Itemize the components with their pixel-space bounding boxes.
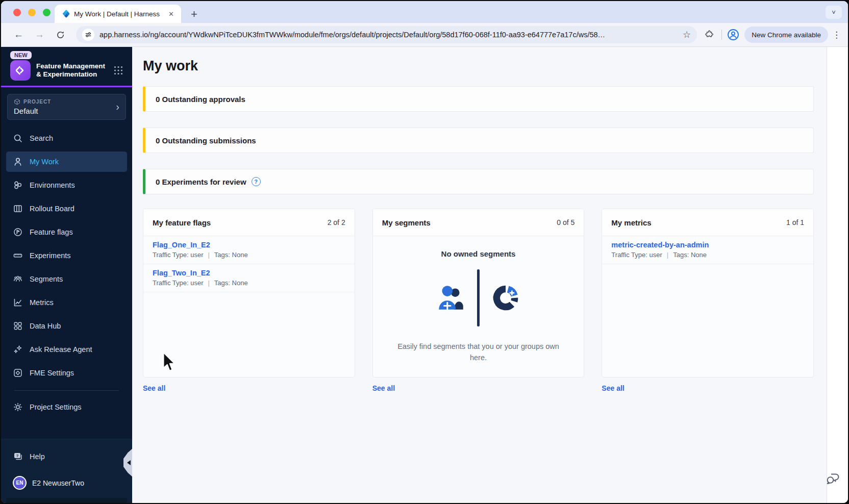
feature-flags-card: My feature flags 2 of 2 Flag_One_In_E2 T… <box>143 209 355 377</box>
back-button[interactable]: ← <box>14 29 23 40</box>
url-text[interactable]: app.harness.io/ng/account/YWdkwNPiTceDUK… <box>99 31 679 39</box>
main-content: My work 0 Outstanding approvals 0 Outsta… <box>132 47 827 504</box>
reload-button[interactable] <box>56 30 65 40</box>
tags: Tags: None <box>214 251 248 259</box>
sidebar-item-environments[interactable]: Environments <box>6 175 127 195</box>
user-name: E2 NewuserTwo <box>32 479 84 487</box>
empty-state-title: No owned segments <box>441 249 516 258</box>
sidebar-item-label: Metrics <box>30 298 54 307</box>
sidebar-item-label: Data Hub <box>30 322 61 330</box>
card-count: 2 of 2 <box>328 218 345 226</box>
sidebar-item-label: Ask Release Agent <box>30 345 92 354</box>
sidebar-nav: Search My Work Environments Rollout Boar… <box>1 128 132 420</box>
browser-window: My Work | Default | Harness ✕ + ˅ ← → ap… <box>0 0 849 504</box>
list-item: Flag_One_In_E2 Traffic Type: user|Tags: … <box>143 236 355 264</box>
browser-menu-icon[interactable]: ⋮ <box>832 30 841 40</box>
address-bar[interactable]: app.harness.io/ng/account/YWdkwNPiTceDUK… <box>76 26 697 43</box>
extensions-icon[interactable] <box>704 30 714 40</box>
sidebar: NEW Feature Management & Experimentation <box>1 47 132 504</box>
sidebar-item-project-settings[interactable]: Project Settings <box>6 397 127 417</box>
tab-strip: My Work | Default | Harness ✕ + ˅ <box>1 1 848 23</box>
card-title: My segments <box>382 218 431 227</box>
toolbar-divider <box>721 30 722 40</box>
help-chat-icon: ? <box>13 451 23 462</box>
alert-label: 0 Experiments for review <box>156 178 246 186</box>
tab-search-button[interactable]: ˅ <box>826 6 842 19</box>
sidebar-item-label: Rollout Board <box>30 205 74 213</box>
page-title: My work <box>143 58 814 74</box>
flag-link[interactable]: Flag_One_In_E2 <box>153 241 345 249</box>
sidebar-item-label: Search <box>30 134 53 142</box>
bookmark-star-icon[interactable]: ☆ <box>683 29 691 40</box>
feedback-chat-icon[interactable] <box>824 469 841 487</box>
avatar: EN <box>13 476 27 490</box>
module-header: NEW Feature Management & Experimentation <box>1 47 132 86</box>
sidebar-item-rollout-board[interactable]: Rollout Board <box>6 198 127 219</box>
ruler-icon <box>13 250 23 261</box>
zoom-window-button[interactable] <box>43 9 51 16</box>
profile-icon[interactable] <box>727 29 739 41</box>
scrollbar-gutter[interactable] <box>827 47 848 504</box>
see-all-link[interactable]: See all <box>372 384 585 392</box>
sidebar-item-my-work[interactable]: My Work <box>6 152 127 172</box>
sidebar-item-label: My Work <box>30 158 59 166</box>
flag-link[interactable]: Flag_Two_In_E2 <box>153 269 345 277</box>
browser-toolbar: ← → app.harness.io/ng/account/YWdkwNPiTc… <box>1 23 848 47</box>
card-header: My feature flags 2 of 2 <box>143 209 355 236</box>
environments-icon <box>13 180 23 190</box>
sidebar-item-ask-release-agent[interactable]: Ask Release Agent <box>6 339 127 360</box>
browser-tab[interactable]: My Work | Default | Harness ✕ <box>55 5 181 23</box>
module-accent-line <box>1 86 132 87</box>
module-switcher-icon[interactable] <box>113 65 124 76</box>
user-menu[interactable]: EN E2 NewuserTwo <box>6 474 127 498</box>
segments-people-icon <box>13 274 23 284</box>
metrics-chart-icon <box>13 297 23 308</box>
sidebar-item-label: Segments <box>30 275 63 283</box>
person-icon <box>13 157 23 167</box>
tags: Tags: None <box>214 279 248 287</box>
alert-label: 0 Outstanding submissions <box>156 136 256 145</box>
project-selector[interactable]: PROJECT Default › <box>7 94 126 120</box>
card-title: My feature flags <box>153 218 211 227</box>
see-all-link[interactable]: See all <box>143 384 355 392</box>
help-button[interactable]: ? Help <box>6 446 127 467</box>
chrome-update-chip[interactable]: New Chrome available <box>744 27 828 43</box>
sidebar-item-data-hub[interactable]: Data Hub <box>6 316 127 336</box>
chevron-down-icon: ˅ <box>832 9 836 16</box>
fme-module-icon <box>10 60 31 81</box>
sidebar-item-segments[interactable]: Segments <box>6 269 127 289</box>
minimize-window-button[interactable] <box>28 9 36 16</box>
forward-button[interactable]: → <box>35 29 44 40</box>
list-item: Flag_Two_In_E2 Traffic Type: user|Tags: … <box>143 264 355 292</box>
flag-icon <box>13 227 23 237</box>
chevron-right-icon: › <box>116 101 119 113</box>
sidebar-item-feature-flags[interactable]: Feature flags <box>6 222 127 242</box>
alert-outstanding-submissions[interactable]: 0 Outstanding submissions <box>143 128 814 153</box>
help-label: Help <box>30 452 45 461</box>
traffic-type: Traffic Type: user <box>611 251 662 259</box>
project-cube-icon <box>14 98 20 105</box>
see-all-link[interactable]: See all <box>602 384 814 392</box>
fme-settings-icon <box>13 368 23 378</box>
site-settings-icon[interactable] <box>82 29 94 41</box>
help-tooltip-icon[interactable]: ? <box>252 177 261 186</box>
sidebar-item-metrics[interactable]: Metrics <box>6 292 127 313</box>
sidebar-item-experiments[interactable]: Experiments <box>6 245 127 266</box>
alert-experiments-for-review[interactable]: 0 Experiments for review ? <box>143 169 814 194</box>
search-icon <box>13 133 23 143</box>
new-tab-button[interactable]: + <box>191 9 197 19</box>
harness-favicon <box>61 10 69 18</box>
alert-outstanding-approvals[interactable]: 0 Outstanding approvals <box>143 86 814 112</box>
metric-link[interactable]: metric-created-by-an-admin <box>611 241 804 249</box>
meta-separator: | <box>667 251 668 259</box>
tab-close-icon[interactable]: ✕ <box>167 10 175 18</box>
segments-illustration <box>435 269 521 326</box>
illustration-divider <box>477 269 480 326</box>
sidebar-item-fme-settings[interactable]: FME Settings <box>6 363 127 383</box>
card-count: 0 of 5 <box>557 218 575 226</box>
feature-flags-card-column: My feature flags 2 of 2 Flag_One_In_E2 T… <box>143 209 355 392</box>
add-users-icon <box>435 282 467 314</box>
new-badge: NEW <box>10 51 32 59</box>
close-window-button[interactable] <box>13 9 21 16</box>
sidebar-item-search[interactable]: Search <box>6 128 127 148</box>
